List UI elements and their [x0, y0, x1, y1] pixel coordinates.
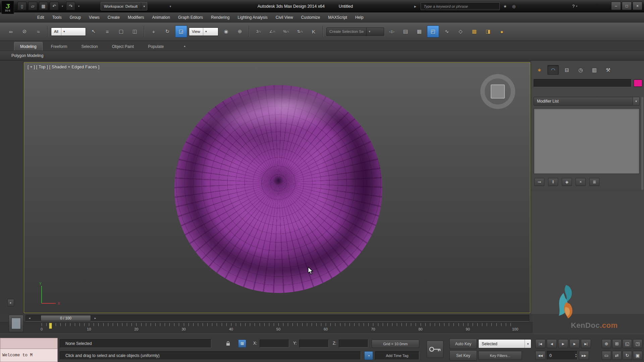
open-file-button[interactable]: ▱ — [28, 2, 37, 10]
undo-button[interactable]: ↶ — [50, 2, 59, 10]
key-mode-dropdown[interactable]: Selected ▾ — [478, 339, 531, 348]
select-and-manipulate-button[interactable]: ⊕ — [234, 25, 246, 38]
layer-manager-button[interactable]: ▦ — [413, 25, 425, 38]
remove-modifier-button[interactable]: × — [576, 178, 586, 186]
select-and-link-button[interactable]: ∞ — [5, 25, 17, 38]
object-name-field[interactable] — [534, 79, 632, 87]
previous-frame-button[interactable]: ◀ — [547, 339, 557, 348]
curve-editor-button[interactable]: ∿ — [441, 25, 453, 38]
menu-create[interactable]: Create — [104, 13, 123, 21]
schematic-view-button[interactable]: ◇ — [454, 25, 467, 38]
current-frame-marker[interactable] — [49, 323, 52, 329]
zoom-extents-button[interactable]: ◱ — [623, 339, 632, 348]
viewcube[interactable] — [480, 74, 515, 109]
configure-modifier-sets-button[interactable]: ≣ — [589, 178, 599, 186]
minimize-button[interactable]: – — [611, 2, 621, 10]
render-setup-button[interactable]: ▩ — [468, 25, 480, 38]
menu-views[interactable]: Views — [85, 13, 103, 21]
snap-toggle-3d-button[interactable]: 3∩ — [253, 25, 265, 38]
tab-hierarchy[interactable]: ⊟ — [561, 65, 573, 75]
menu-maxscript[interactable]: MAXScript — [324, 13, 351, 21]
panel-scrollbar[interactable] — [641, 97, 643, 190]
tab-modify[interactable]: ◠ — [547, 65, 559, 75]
time-step-back-button[interactable]: ◂ — [26, 315, 33, 321]
bind-to-space-warp-button[interactable]: ≈ — [32, 25, 44, 38]
application-menu-button[interactable]: Ӡ 3DS — [1, 1, 14, 14]
select-and-move-button[interactable]: + — [148, 25, 160, 38]
menu-civil-view[interactable]: Civil View — [272, 13, 297, 21]
make-unique-button[interactable]: ◈ — [562, 178, 572, 186]
new-scene-button[interactable]: ▯ — [17, 2, 26, 10]
add-time-tag-field[interactable]: Add Time Tag — [375, 351, 419, 360]
viewport-top[interactable]: [ + ] [ Top ] [ Shaded + Edged Faces ] Y… — [24, 62, 530, 313]
zoom-all-button[interactable]: ⊞ — [612, 339, 622, 348]
tab-selection[interactable]: Selection — [75, 42, 103, 51]
graphite-ribbon-toggle-button[interactable]: ◰ — [427, 25, 439, 38]
open-mini-curve-editor-button[interactable] — [9, 315, 23, 332]
previous-key-button[interactable]: ◀◀ — [535, 351, 545, 360]
select-object-button[interactable]: ↖ — [88, 25, 100, 38]
redo-button[interactable]: ↷ — [66, 2, 75, 10]
menu-graph-editors[interactable]: Graph Editors — [174, 13, 207, 21]
percent-snap-button[interactable]: %∩ — [280, 25, 292, 38]
tab-populate[interactable]: Populate — [142, 42, 169, 51]
favorites-button[interactable]: ★ — [502, 3, 508, 10]
window-crossing-button[interactable]: ◫ — [129, 25, 141, 38]
tab-freeform[interactable]: Freeform — [45, 42, 73, 51]
maximize-button[interactable]: □ — [622, 2, 632, 10]
align-button[interactable]: ▤ — [399, 25, 412, 38]
listener-output-pane[interactable]: Welcome to M — [0, 349, 58, 362]
z-coordinate-field[interactable] — [339, 340, 368, 348]
time-step-forward-button[interactable]: ▸ — [92, 315, 98, 321]
tab-display[interactable]: ▥ — [589, 65, 600, 75]
show-end-result-button[interactable]: ‖ — [548, 178, 558, 186]
next-frame-button[interactable]: ▶ — [570, 339, 580, 348]
frame-spinner[interactable]: ▴ ▾ — [575, 353, 577, 358]
undo-dropdown-arrow[interactable]: ▾ — [60, 2, 64, 10]
menu-modifiers[interactable]: Modifiers — [124, 13, 148, 21]
orbit-button[interactable]: ↻ — [623, 351, 632, 360]
object-color-swatch[interactable] — [634, 79, 642, 87]
render-production-button[interactable]: ● — [496, 25, 508, 38]
infocenter-expand-button[interactable]: ▸ — [412, 3, 419, 10]
modifier-list-dropdown[interactable]: Modifier List ▾ — [534, 97, 640, 106]
selection-filter-dropdown[interactable]: All ▾ — [51, 27, 86, 36]
key-filters-button[interactable]: Key Filters... — [478, 351, 522, 360]
zoom-region-button[interactable]: ▭ — [602, 351, 611, 360]
menu-customize[interactable]: Customize — [298, 13, 324, 21]
time-slider-track[interactable]: ◂ 0 / 100 ▸ — [25, 315, 529, 321]
close-button[interactable]: × — [633, 2, 642, 10]
unlink-selection-button[interactable]: ⊘ — [18, 25, 31, 38]
selection-lock-button[interactable] — [224, 340, 232, 348]
spinner-snap-button[interactable]: ⇅∩ — [294, 25, 306, 38]
viewcube-face[interactable] — [491, 84, 505, 99]
menu-tools[interactable]: Tools — [49, 13, 65, 21]
sphere-object[interactable] — [174, 85, 382, 293]
pin-stack-button[interactable]: ⊸ — [534, 178, 544, 186]
maxscript-mini-listener[interactable]: Welcome to M — [0, 338, 58, 362]
named-selection-sets-dropdown[interactable]: Create Selection Se ▾ — [326, 27, 384, 36]
search-input[interactable] — [421, 2, 500, 10]
rendered-frame-window-button[interactable]: ◨ — [482, 25, 494, 38]
help-menu-button[interactable]: ? ▾ — [570, 2, 579, 10]
pan-button[interactable]: ⇄ — [612, 351, 622, 360]
menu-group[interactable]: Group — [66, 13, 85, 21]
go-to-end-button[interactable]: ▶| — [581, 339, 591, 348]
zoom-extents-all-button[interactable]: ◳ — [633, 339, 642, 348]
y-coordinate-field[interactable] — [299, 340, 329, 348]
tab-create[interactable]: ∗ — [534, 65, 545, 75]
absolute-offset-toggle-button[interactable]: ⊞ — [238, 340, 246, 348]
tab-object-paint[interactable]: Object Paint — [106, 42, 140, 51]
current-frame-field[interactable]: ▴ ▾ — [547, 351, 578, 360]
set-key-button[interactable]: Set Key — [449, 350, 477, 361]
zoom-button[interactable]: ⊕ — [602, 339, 611, 348]
select-by-name-button[interactable]: ≡ — [101, 25, 113, 38]
modifier-stack[interactable] — [534, 108, 640, 174]
select-and-rotate-button[interactable]: ↻ — [161, 25, 173, 38]
redo-dropdown-arrow[interactable]: ▾ — [77, 2, 81, 10]
menu-edit[interactable]: Edit — [34, 13, 48, 21]
tab-modeling[interactable]: Modeling — [14, 42, 43, 51]
ribbon-minimize-button[interactable]: ▴ — [181, 43, 189, 49]
communication-center-button[interactable]: ◎ — [511, 3, 517, 10]
go-to-start-button[interactable]: |◀ — [535, 339, 545, 348]
